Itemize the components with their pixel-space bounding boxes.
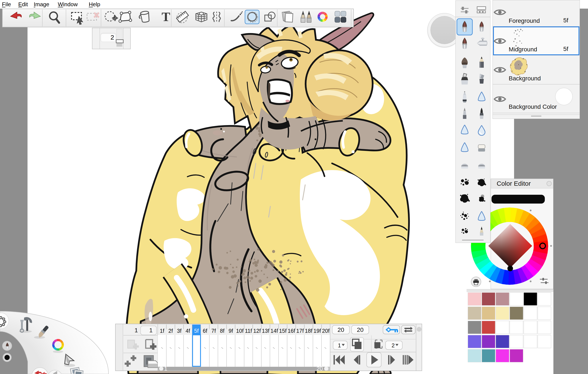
svg-text:8f: 8f	[220, 328, 225, 334]
svg-text:20: 20	[357, 327, 363, 333]
svg-text:Background: Background	[509, 75, 541, 82]
svg-text:5f: 5f	[194, 328, 199, 334]
svg-text:16f: 16f	[288, 328, 295, 334]
svg-text:5f: 5f	[563, 46, 568, 52]
svg-text:6f: 6f	[203, 328, 207, 334]
svg-text:15f: 15f	[279, 328, 287, 334]
svg-text:1: 1	[149, 327, 153, 334]
svg-text:9f: 9f	[229, 328, 233, 334]
svg-text:2: 2	[392, 342, 395, 349]
svg-text:13f: 13f	[262, 328, 270, 334]
svg-text:1: 1	[164, 365, 167, 371]
svg-text:Background Color: Background Color	[509, 103, 557, 110]
svg-text:2f: 2f	[168, 328, 173, 334]
svg-text:20: 20	[337, 327, 344, 333]
svg-text:Foreground: Foreground	[509, 17, 540, 24]
svg-text:14f: 14f	[271, 328, 278, 334]
svg-text:20: 20	[316, 365, 323, 371]
svg-text:11f: 11f	[245, 328, 252, 334]
svg-text:Midground: Midground	[509, 46, 537, 53]
svg-text:19f: 19f	[314, 328, 321, 334]
svg-text:4f: 4f	[186, 328, 190, 334]
svg-text:17f: 17f	[296, 328, 304, 334]
svg-text:5f: 5f	[563, 17, 568, 24]
svg-text:Color Editor: Color Editor	[497, 180, 531, 187]
svg-text:20f: 20f	[322, 328, 330, 334]
svg-text:1f: 1f	[160, 328, 164, 334]
svg-text:1: 1	[338, 342, 341, 349]
svg-text:7f: 7f	[211, 328, 216, 334]
svg-text:1: 1	[135, 327, 138, 334]
svg-text:18f: 18f	[305, 328, 313, 334]
svg-text:3f: 3f	[177, 328, 182, 334]
svg-text:10f: 10f	[236, 328, 244, 334]
svg-text:T: T	[162, 10, 170, 24]
svg-text:12f: 12f	[253, 328, 261, 334]
